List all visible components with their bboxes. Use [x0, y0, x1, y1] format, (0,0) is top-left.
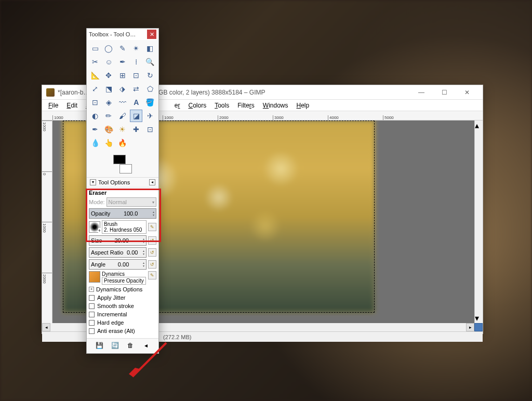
brush-label: Brush [104, 221, 144, 227]
scrollbar-v-track[interactable] [475, 130, 483, 313]
tool-color-picker[interactable]: ⁞ [130, 56, 142, 68]
tool-warp[interactable]: 〰 [116, 96, 129, 109]
angle-spinner[interactable]: ▴▾ [143, 261, 144, 268]
dynamics-preview[interactable] [89, 271, 100, 283]
tool-flip[interactable]: ⇄ [130, 83, 142, 95]
tool-gradient[interactable]: ◐ [89, 110, 101, 122]
tool-pencil[interactable]: ✏ [102, 110, 115, 122]
tool-paintbrush[interactable]: 🖌 [116, 110, 129, 122]
tool-options-header[interactable]: ▾ Tool Options ◂ [87, 177, 158, 188]
incremental-row[interactable]: Incremental [89, 311, 156, 317]
dynamics-options-row[interactable]: + Dynamics Options [89, 286, 156, 292]
navigation-icon[interactable] [474, 323, 483, 331]
tool-mypaint[interactable]: 🎨 [102, 123, 115, 136]
tool-shear[interactable]: ⬔ [102, 83, 115, 95]
footer-restore-icon[interactable]: 🔄 [111, 342, 119, 350]
tool-align[interactable]: ⊞ [116, 69, 129, 82]
angle-reset-button[interactable]: ↺ [148, 260, 156, 269]
tool-blur-sharpen[interactable]: 💧 [89, 137, 101, 149]
tool-options-detach-icon[interactable]: ◂ [149, 179, 155, 185]
tool-crop[interactable]: ⊡ [130, 69, 142, 82]
expand-icon[interactable]: + [89, 287, 94, 292]
hard-edge-row[interactable]: Hard edge [89, 319, 156, 326]
dynamics-name[interactable]: Pressure Opacity [102, 277, 146, 285]
tool-rotate[interactable]: ↻ [144, 69, 156, 82]
tool-scale[interactable]: ⤢ [89, 83, 101, 95]
menu-filters[interactable]: Filters [233, 101, 259, 110]
menu-colors[interactable]: Colors [184, 101, 210, 110]
tool-zoom[interactable]: 🔍 [144, 56, 156, 68]
tool-paths[interactable]: ✒ [116, 56, 129, 68]
brush-info[interactable]: Brush 2. Hardness 050 [102, 220, 147, 234]
tool-free-select[interactable]: ✎ [116, 42, 129, 55]
tool-bucket-fill[interactable]: 🪣 [144, 96, 156, 109]
aspect-reset-button[interactable]: ↺ [148, 248, 156, 257]
tool-scissors[interactable]: ✂ [89, 56, 101, 68]
angle-field[interactable]: Angle 0.00 ▴▾ [89, 259, 147, 270]
footer-delete-icon[interactable]: 🗑 [126, 342, 135, 350]
brush-edit-button[interactable]: ✎ [148, 223, 156, 231]
brush-preview[interactable] [89, 221, 100, 233]
incremental-label: Incremental [97, 311, 127, 317]
size-spinner[interactable]: ▴▾ [143, 237, 144, 244]
toolbox-title: Toolbox - Tool O… [89, 31, 147, 37]
tool-foreground-select[interactable]: ☺ [102, 56, 115, 68]
smooth-stroke-checkbox[interactable] [89, 303, 95, 309]
menu-edit[interactable]: Edit [62, 101, 82, 110]
hard-edge-checkbox[interactable] [89, 320, 95, 326]
apply-jitter-checkbox[interactable] [89, 295, 95, 301]
tool-eraser[interactable]: ◪ [130, 110, 142, 122]
smooth-stroke-row[interactable]: Smooth stroke [89, 303, 156, 309]
tool-airbrush[interactable]: ✈ [144, 110, 156, 122]
footer-save-icon[interactable]: 💾 [95, 342, 103, 350]
menu-file[interactable]: File [44, 101, 62, 110]
tool-handle-transform[interactable]: ◈ [102, 96, 115, 109]
tool-heal[interactable]: ✚ [130, 123, 142, 136]
tool-move[interactable]: ✥ [102, 69, 115, 82]
tool-rect-select[interactable]: ▭ [89, 42, 101, 55]
tool-ellipse-select[interactable]: ◯ [102, 42, 115, 55]
menu-windows[interactable]: Windows [259, 101, 292, 110]
close-button[interactable]: ✕ [456, 85, 478, 100]
tool-fuzzy-select[interactable]: ✴ [130, 42, 142, 55]
tool-options-expand-icon[interactable]: ▾ [90, 179, 96, 185]
dynamics-edit-button[interactable]: ✎ [148, 271, 156, 279]
tool-text[interactable]: A [130, 96, 142, 109]
toolbox-titlebar[interactable]: Toolbox - Tool O… ✕ [87, 29, 158, 40]
tool-by-color-select[interactable]: ◧ [144, 42, 156, 55]
footer-reset-icon[interactable]: ◂ [142, 342, 150, 350]
scroll-up-button[interactable]: ▴ [475, 121, 483, 130]
minimize-button[interactable]: — [410, 85, 433, 100]
scroll-down-button[interactable]: ▾ [475, 313, 483, 323]
menu-help[interactable]: Help [292, 101, 314, 110]
foreground-color-swatch[interactable] [113, 155, 126, 164]
scroll-right-button[interactable]: ▸ [466, 323, 474, 331]
toolbox-close-button[interactable]: ✕ [147, 30, 156, 39]
tool-clone[interactable]: ☀ [116, 123, 129, 136]
tool-measure[interactable]: 📐 [89, 69, 101, 82]
aspect-spinner[interactable]: ▴▾ [143, 249, 144, 256]
size-reset-button[interactable]: ↺ [148, 236, 156, 245]
apply-jitter-row[interactable]: Apply Jitter [89, 295, 156, 301]
menu-tools[interactable]: Tools [210, 101, 233, 110]
tool-ink[interactable]: ✒ [89, 123, 101, 136]
opacity-field[interactable]: Opacity 100.0 ▴▾ [89, 208, 156, 219]
anti-erase-checkbox[interactable] [89, 328, 95, 334]
scroll-left-button[interactable]: ◂ [42, 323, 50, 331]
tool-perspective-clone[interactable]: ⊡ [144, 123, 156, 136]
opacity-spinner[interactable]: ▴▾ [153, 210, 154, 217]
tool-unified-transform[interactable]: ⊡ [89, 96, 101, 109]
tool-perspective[interactable]: ⬗ [116, 83, 129, 95]
incremental-checkbox[interactable] [89, 312, 95, 317]
size-field[interactable]: Size 20.00 ▴▾ [89, 235, 147, 246]
tool-smudge[interactable]: 👆 [102, 137, 115, 149]
current-tool-name: Eraser [89, 190, 156, 196]
tool-cage[interactable]: ⬠ [144, 83, 156, 95]
aspect-field[interactable]: Aspect Ratio 0.00 ▴▾ [89, 247, 147, 258]
background-color-swatch[interactable] [119, 164, 132, 173]
menu-layer[interactable]: er [170, 101, 184, 110]
color-swatches[interactable] [113, 155, 132, 173]
tool-dodge-burn[interactable]: 🔥 [116, 137, 129, 149]
maximize-button[interactable]: ☐ [433, 85, 456, 100]
anti-erase-row[interactable]: Anti erase (Alt) [89, 328, 156, 334]
